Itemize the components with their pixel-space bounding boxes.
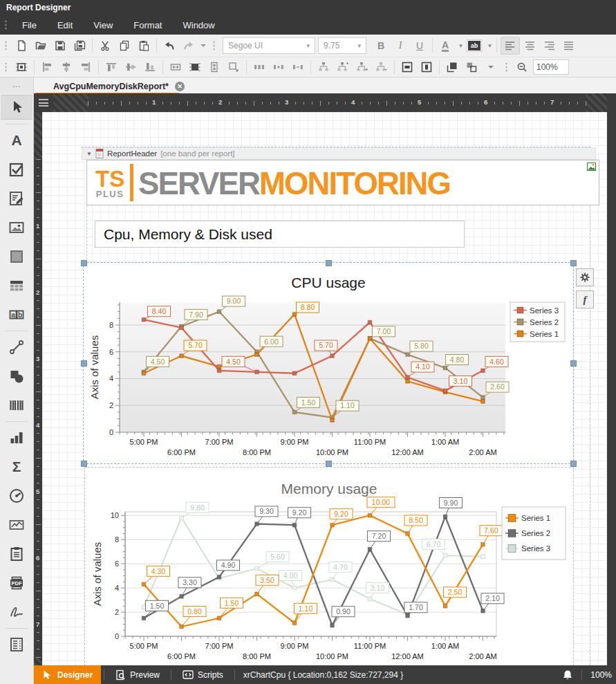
tab-avgcpumemorydiskreport[interactable]: AvgCpuMemoryDiskReport* ✕	[34, 77, 192, 95]
toolbox-overflow-button[interactable]: ⋯	[0, 77, 34, 95]
toolbox-item-subreport[interactable]	[1, 633, 32, 656]
menu-item-edit[interactable]: Edit	[47, 17, 83, 33]
align-rights-button[interactable]	[77, 59, 95, 75]
justify-text-button[interactable]	[560, 37, 578, 54]
bold-button[interactable]: B	[372, 37, 390, 54]
align-text-right-button[interactable]	[541, 37, 559, 54]
toolbox-item-barcode[interactable]	[1, 394, 32, 417]
tab-designer[interactable]: Designer	[34, 665, 101, 684]
save-all-button[interactable]	[71, 37, 88, 54]
toolbox-item-pdf-content[interactable]: PDF	[1, 571, 32, 595]
chart-scripts-button[interactable]: f	[576, 290, 594, 308]
toolbox-item-chart[interactable]	[1, 426, 32, 450]
band-collapse-icon[interactable]: ▼	[86, 151, 92, 157]
chart-smart-tag-button[interactable]	[576, 268, 594, 286]
zoom-level-input[interactable]	[533, 59, 569, 75]
undo-button[interactable]	[160, 37, 178, 54]
selection-handle[interactable]	[81, 461, 87, 467]
send-to-back-button[interactable]	[463, 59, 480, 75]
ruler-menu-icon[interactable]	[34, 93, 53, 112]
space-h-increase-button[interactable]	[270, 59, 288, 75]
menubar-grip[interactable]	[4, 19, 8, 30]
menu-item-window[interactable]: Window	[172, 17, 225, 33]
toolbar2-grip[interactable]	[505, 62, 508, 73]
logo-picture-box[interactable]: TS PLUS SERVERMONITORING	[86, 160, 599, 205]
toolbox-item-panel[interactable]	[1, 245, 32, 268]
tree-space-equal-button[interactable]	[315, 59, 333, 75]
highlight-dropdown[interactable]: ▼	[485, 37, 493, 54]
align-middles-button[interactable]	[122, 59, 140, 75]
toolbox-item-shape[interactable]	[1, 364, 32, 388]
toolbox-item-page-info[interactable]	[1, 542, 32, 566]
center-vertically-button[interactable]	[418, 59, 436, 75]
align-bottoms-button[interactable]	[141, 59, 159, 75]
selection-handle[interactable]	[81, 260, 87, 266]
toolbox-item-character-comb[interactable]: ab	[1, 303, 32, 326]
tab-preview[interactable]: Preview	[107, 665, 168, 684]
center-horizontally-button[interactable]	[398, 59, 416, 75]
tree-space-increase-button[interactable]	[353, 59, 371, 75]
toolbar2-grip[interactable]	[4, 62, 8, 73]
menu-item-format[interactable]: Format	[123, 17, 172, 33]
selection-handle[interactable]	[81, 360, 87, 367]
toolbox-item-pointer[interactable]	[1, 95, 32, 120]
tree-space-make-button[interactable]	[334, 59, 352, 75]
selection-handle[interactable]	[570, 360, 577, 367]
toolbox-item-signature[interactable]	[1, 600, 32, 624]
align-lefts-button[interactable]	[38, 59, 56, 75]
copy-button[interactable]	[115, 37, 133, 54]
font-color-button[interactable]: A	[436, 37, 454, 54]
same-size-button[interactable]	[225, 59, 243, 75]
align-tops-button[interactable]	[102, 59, 120, 75]
size-to-grid-button[interactable]	[186, 59, 204, 75]
redo-button[interactable]	[180, 37, 198, 54]
selection-handle[interactable]	[570, 260, 577, 266]
toolbox-item-picture[interactable]	[1, 216, 32, 239]
cpu-usage-chart[interactable]: CPU usageAxis of values024685:00 PM6:00 …	[84, 263, 573, 463]
toolbox-item-gauge[interactable]	[1, 484, 32, 508]
align-centers-button[interactable]	[57, 59, 75, 75]
menu-item-view[interactable]: View	[83, 17, 123, 33]
font-size-combo[interactable]: 9.75▾	[318, 37, 366, 54]
open-button[interactable]	[32, 37, 50, 54]
bring-to-front-button[interactable]	[443, 59, 461, 75]
font-name-combo[interactable]: Segoe UI▾	[223, 37, 315, 54]
same-width-button[interactable]	[167, 59, 185, 75]
toolbar1-grip[interactable]	[4, 40, 8, 51]
tab-close-icon[interactable]: ✕	[175, 82, 185, 91]
paste-button[interactable]	[135, 37, 153, 54]
report-title-label[interactable]: Cpu, Memory & Disk used	[95, 221, 465, 248]
selection-handle[interactable]	[326, 461, 332, 467]
toolbox-item-checkbox[interactable]	[1, 158, 32, 181]
toolbox-item-richtext[interactable]	[1, 187, 32, 210]
menu-item-file[interactable]: File	[12, 17, 47, 33]
order-dropdown-button[interactable]	[482, 59, 500, 75]
design-surface[interactable]: ▼ ReportHeader [one band per report] TS …	[42, 112, 616, 665]
snap-to-grid-button[interactable]	[12, 59, 30, 75]
font-color-dropdown[interactable]: ▼	[456, 37, 464, 54]
align-text-left-button[interactable]	[501, 37, 520, 55]
underline-button[interactable]: U	[411, 37, 429, 54]
status-zoom-level[interactable]: 100%	[590, 670, 612, 680]
space-h-equal-button[interactable]	[250, 59, 268, 75]
selection-handle[interactable]	[570, 461, 577, 467]
tree-space-decrease-button[interactable]	[373, 59, 391, 75]
memory-usage-chart[interactable]: Memory usageAxis of values02468105:00 PM…	[85, 468, 573, 665]
align-text-center-button[interactable]	[521, 37, 539, 54]
cut-button[interactable]	[96, 37, 114, 54]
space-h-decrease-button[interactable]	[289, 59, 307, 75]
toolbar1-grip2[interactable]	[212, 40, 216, 51]
selection-handle[interactable]	[326, 260, 332, 266]
save-button[interactable]	[51, 37, 69, 54]
tab-scripts[interactable]: Scripts	[174, 665, 232, 684]
new-report-button[interactable]	[12, 37, 30, 54]
bell-icon[interactable]	[562, 669, 573, 681]
undo-dropdown-arrow[interactable]	[199, 37, 207, 54]
toolbox-item-pivot-grid[interactable]: Σ	[1, 455, 32, 479]
same-height-button[interactable]	[205, 59, 223, 75]
toolbox-item-line[interactable]	[1, 335, 32, 359]
toolbox-item-table[interactable]	[1, 274, 32, 297]
toolbox-item-sparkline[interactable]	[1, 513, 32, 537]
italic-button[interactable]: I	[391, 37, 409, 54]
report-header-band-bar[interactable]: ▼ ReportHeader [one band per report]	[82, 147, 596, 160]
